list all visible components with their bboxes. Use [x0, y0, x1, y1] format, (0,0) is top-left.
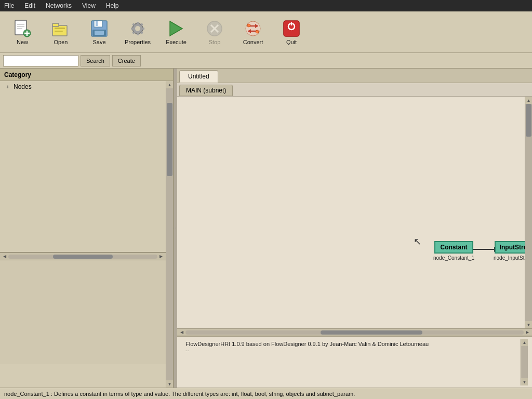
inputstream-node-sublabel: node_InputStream_1	[494, 255, 525, 261]
log-vscroll: ▲ ▼	[521, 339, 528, 385]
menu-networks[interactable]: Networks	[44, 1, 74, 10]
untitled-tab[interactable]: Untitled	[179, 70, 218, 83]
left-scroll-right[interactable]: ▶	[157, 253, 165, 260]
nodes-tree: + Nodes	[0, 81, 166, 252]
create-button[interactable]: Create	[112, 55, 141, 66]
execute-button[interactable]: Execute	[158, 14, 194, 50]
inputstream-node-box[interactable]: InputStream	[495, 241, 525, 254]
left-content: + Nodes ◀ ▶	[0, 81, 166, 388]
canvas-vscroll-up[interactable]: ▲	[525, 97, 532, 104]
log-text: FlowDesignerHRI 1.0.9 based on FlowDesig…	[181, 339, 521, 385]
log-vscroll-down[interactable]: ▼	[521, 378, 528, 385]
category-label: Category	[4, 71, 31, 78]
log-vscroll-up[interactable]: ▲	[521, 339, 528, 346]
canvas-vscroll-track	[525, 104, 532, 321]
canvas-vscroll-down[interactable]: ▼	[525, 321, 532, 328]
left-vscroll-track	[166, 88, 173, 380]
left-hscroll-thumb[interactable]	[53, 255, 113, 259]
svg-point-30	[246, 21, 260, 36]
svg-rect-20	[131, 28, 134, 30]
canvas-scroll-left[interactable]: ◀	[178, 329, 185, 336]
left-scroll-left[interactable]: ◀	[1, 253, 8, 260]
stop-label: Stop	[209, 39, 221, 45]
constant-node[interactable]: Constant node_Constant_1	[433, 241, 474, 261]
canvas-scroll-right[interactable]: ▶	[524, 329, 531, 336]
menu-help[interactable]: Help	[104, 1, 121, 10]
left-panel-inner: + Nodes ◀ ▶ ▲	[0, 81, 173, 388]
cursor-icon: ↖	[414, 236, 421, 247]
statusbar: node_Constant_1 : Defines a constant in …	[0, 388, 532, 399]
right-panel: Untitled MAIN (subnet) ↖ Const	[177, 69, 532, 388]
save-icon	[90, 19, 109, 38]
svg-rect-19	[137, 33, 139, 35]
expand-icon: +	[4, 83, 11, 90]
nodes-label: Nodes	[14, 83, 32, 90]
left-hscroll: ◀ ▶	[0, 252, 166, 260]
constant-node-label: Constant	[440, 244, 467, 251]
status-text: node_Constant_1 : Defines a constant in …	[4, 391, 355, 397]
svg-point-34	[256, 30, 259, 33]
convert-button[interactable]: Convert	[235, 14, 271, 50]
svg-rect-13	[96, 21, 98, 26]
svg-rect-8	[52, 23, 59, 26]
gear-icon	[128, 19, 147, 38]
left-vscroll-thumb[interactable]	[167, 103, 172, 176]
main-subnet-tab[interactable]: MAIN (subnet)	[179, 85, 233, 96]
save-button[interactable]: Save	[81, 14, 117, 50]
canvas-vscroll-thumb[interactable]	[526, 104, 531, 137]
main-layout: Category + Nodes ◀ ▶	[0, 69, 532, 388]
new-button[interactable]: New	[4, 14, 41, 50]
inputstream-node[interactable]: InputStream node_InputStream_1	[494, 241, 525, 261]
svg-rect-12	[94, 21, 102, 27]
quit-label: Quit	[286, 39, 297, 45]
tab-label: Untitled	[188, 73, 209, 80]
svg-point-33	[247, 24, 250, 27]
category-header: Category	[0, 69, 173, 81]
menu-edit[interactable]: Edit	[22, 1, 37, 10]
properties-button[interactable]: Properties	[119, 14, 156, 50]
open-button[interactable]: Open	[43, 14, 79, 50]
quit-button[interactable]: Quit	[273, 14, 310, 50]
left-vscroll-up[interactable]: ▲	[166, 81, 173, 88]
log-vscroll-track	[521, 346, 528, 378]
quit-icon	[282, 19, 301, 38]
canvas-hscroll-track	[185, 330, 524, 335]
tab-bar: Untitled	[177, 69, 532, 83]
svg-marker-26	[170, 21, 182, 36]
canvas-wrapper: MAIN (subnet) ↖ Constant node_Constant_1	[177, 83, 532, 336]
svg-point-17	[135, 26, 140, 31]
menu-view[interactable]: View	[80, 1, 98, 10]
constant-node-box[interactable]: Constant	[434, 241, 473, 254]
svg-rect-10	[55, 31, 63, 32]
search-button[interactable]: Search	[81, 55, 110, 66]
svg-rect-18	[137, 22, 139, 24]
left-vscroll-down[interactable]: ▼	[166, 380, 173, 388]
canvas-hscroll-thumb[interactable]	[321, 330, 422, 335]
canvas-hscroll: ◀ ▶	[177, 328, 532, 336]
stop-button[interactable]: Stop	[196, 14, 233, 50]
arrow-line	[473, 249, 494, 250]
menu-file[interactable]: File	[2, 1, 16, 10]
stop-icon	[205, 19, 224, 38]
constant-node-sublabel: node_Constant_1	[433, 255, 474, 261]
convert-label: Convert	[243, 39, 263, 45]
new-icon	[13, 19, 32, 38]
left-panel: Category + Nodes ◀ ▶	[0, 69, 174, 388]
execute-label: Execute	[166, 39, 187, 45]
svg-rect-9	[55, 28, 65, 29]
left-hscroll-track	[8, 255, 157, 259]
nodes-tree-item[interactable]: + Nodes	[0, 81, 166, 92]
left-panel-vscroll: ▲ ▼	[166, 81, 173, 388]
open-icon	[51, 19, 70, 38]
canvas-area[interactable]: ↖ Constant node_Constant_1	[177, 97, 525, 328]
search-input[interactable]	[3, 55, 78, 66]
new-label: New	[17, 39, 28, 45]
left-bottom-panel	[0, 260, 166, 364]
svg-rect-21	[142, 28, 144, 30]
subnet-tab-label: MAIN (subnet)	[186, 87, 226, 94]
inputstream-node-label: InputStream	[500, 244, 525, 251]
subnet-bar: MAIN (subnet)	[177, 83, 532, 97]
log-line-1: FlowDesignerHRI 1.0.9 based on FlowDesig…	[185, 341, 516, 347]
right-vscroll: ▲ ▼	[525, 97, 532, 328]
properties-label: Properties	[125, 39, 151, 45]
